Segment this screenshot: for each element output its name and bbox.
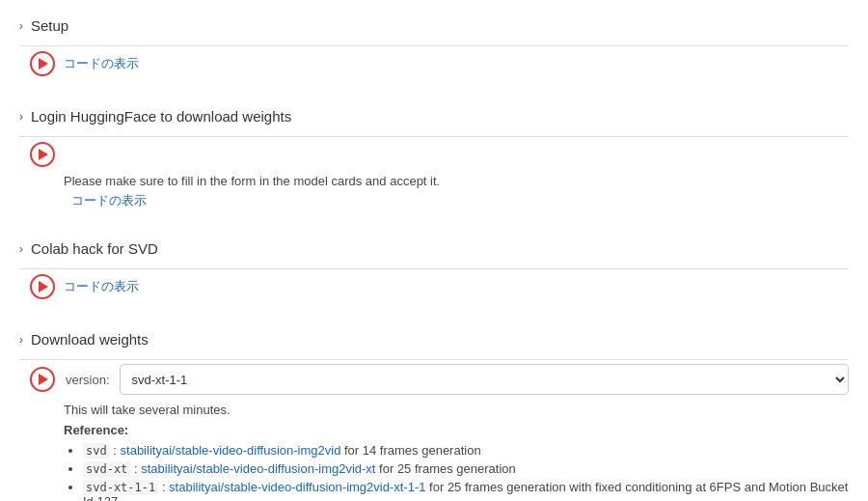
reference-label: Reference: (64, 423, 849, 437)
chevron-icon-setup: › (19, 19, 23, 33)
run-button-colab[interactable] (29, 273, 56, 300)
login-info-text: Please make sure to fill in the form in … (64, 174, 849, 188)
ref-code-svd: svd (83, 443, 110, 459)
ref-separator-svd: : (113, 443, 120, 458)
section-title-login: Login HuggingFace to download weights (31, 108, 291, 125)
section-title-download: Download weights (31, 331, 149, 348)
divider-setup (19, 45, 849, 46)
code-link-setup[interactable]: コードの表示 (64, 55, 139, 72)
section-header-login[interactable]: › Login HuggingFace to download weights (19, 100, 849, 132)
ref-item-svd: svd : stabilityai/stable-video-diffusion… (83, 443, 849, 458)
run-triangle-colab (39, 281, 48, 292)
ref-link-svd-xt-1-1[interactable]: stabilityai/stable-video-diffusion-img2v… (169, 480, 425, 494)
run-triangle-login (39, 149, 48, 160)
section-download: › Download weights version: svd-xt-1-1 s… (19, 323, 849, 501)
code-row-login: コードの表示 (29, 192, 849, 209)
run-button-download[interactable] (29, 366, 56, 393)
ref-suffix-svd: for 14 frames generation (344, 443, 481, 458)
divider-download (19, 359, 849, 360)
chevron-icon-login: › (19, 110, 23, 124)
run-row-colab: コードの表示 (29, 273, 849, 300)
run-circle-download (30, 367, 55, 392)
section-body-login: Please make sure to fill in the form in … (19, 141, 849, 223)
chevron-icon-colab: › (19, 242, 23, 256)
ref-link-svd[interactable]: stabilityai/stable-video-diffusion-img2v… (121, 443, 341, 458)
chevron-icon-download: › (19, 333, 23, 347)
run-button-setup[interactable] (29, 50, 56, 77)
run-triangle-download (39, 374, 48, 385)
section-title-setup: Setup (31, 17, 68, 34)
description-text: This will take several minutes. (64, 403, 849, 417)
ref-link-svd-xt[interactable]: stabilityai/stable-video-diffusion-img2v… (141, 461, 375, 476)
description-block: This will take several minutes. Referenc… (64, 403, 849, 501)
run-circle-setup (30, 51, 55, 76)
section-header-download[interactable]: › Download weights (19, 323, 849, 355)
ref-code-svd-xt: svd-xt (83, 461, 130, 477)
section-colab: › Colab hack for SVD コードの表示 (19, 233, 849, 314)
run-circle-colab (30, 274, 55, 299)
section-title-colab: Colab hack for SVD (31, 240, 158, 257)
run-row-login (29, 141, 849, 168)
run-button-login[interactable] (29, 141, 56, 168)
ref-item-svd-xt: svd-xt : stabilityai/stable-video-diffus… (83, 461, 849, 476)
run-circle-login (30, 142, 55, 167)
version-select[interactable]: svd-xt-1-1 svd-xt svd (120, 364, 849, 395)
version-row: version: svd-xt-1-1 svd-xt svd (29, 364, 849, 395)
section-body-download: version: svd-xt-1-1 svd-xt svd This will… (19, 364, 849, 501)
section-header-colab[interactable]: › Colab hack for SVD (19, 233, 849, 264)
section-header-setup[interactable]: › Setup (19, 10, 849, 42)
code-link-login[interactable]: コードの表示 (71, 192, 147, 209)
code-link-colab[interactable]: コードの表示 (64, 278, 139, 295)
section-login: › Login HuggingFace to download weights … (19, 100, 849, 223)
section-body-setup: コードの表示 (19, 50, 849, 91)
ref-item-svd-xt-1-1: svd-xt-1-1 : stabilityai/stable-video-di… (83, 480, 849, 501)
run-row-setup: コードの表示 (29, 50, 849, 77)
ref-suffix-svd-xt: for 25 frames generation (379, 461, 516, 476)
run-triangle-setup (39, 58, 48, 70)
divider-login (19, 136, 849, 137)
section-body-colab: コードの表示 (19, 273, 849, 314)
notebook-content: › Setup コードの表示 › Login HuggingFace to do… (19, 10, 849, 501)
ref-code-svd-xt-1-1: svd-xt-1-1 (83, 480, 158, 495)
version-label: version: (66, 373, 110, 387)
section-setup: › Setup コードの表示 (19, 10, 849, 91)
divider-colab (19, 268, 849, 269)
reference-list: svd : stabilityai/stable-video-diffusion… (64, 443, 849, 501)
